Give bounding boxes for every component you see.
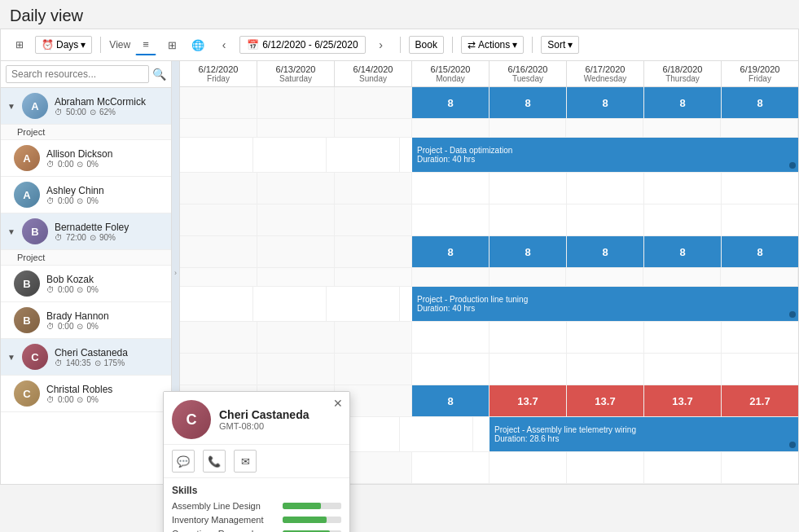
date-range-btn[interactable]: 📅 6/12/2020 - 6/25/2020 bbox=[239, 36, 365, 54]
cell-ac-5 bbox=[567, 204, 644, 235]
actions-label: Actions bbox=[478, 39, 510, 51]
cell-cc-6: 13.7 bbox=[644, 385, 722, 416]
cell-bk-7 bbox=[722, 322, 798, 353]
sub-row-am: Project bbox=[1, 125, 171, 140]
cell-bh-1 bbox=[257, 354, 335, 385]
grid-row-ad bbox=[180, 173, 798, 204]
resource-row-am[interactable]: ▼ A Abraham McCormick ⏱ 50:00 ⊙ 62% bbox=[1, 88, 171, 125]
sub-cell-bf-0 bbox=[180, 268, 257, 286]
cell-ad-6 bbox=[644, 173, 722, 204]
sub-cell-bf-7 bbox=[721, 268, 798, 286]
search-input[interactable] bbox=[6, 65, 149, 83]
popup-name: Cheri Castaneda bbox=[219, 408, 309, 421]
sort-btn[interactable]: Sort ▾ bbox=[541, 36, 579, 54]
list-view-btn[interactable]: ≡ bbox=[135, 34, 156, 55]
date-range-text: 6/12/2020 - 6/25/2020 bbox=[262, 39, 358, 51]
sep1 bbox=[100, 37, 101, 53]
avatar-am: A bbox=[22, 93, 48, 119]
resource-name-bk: Bob Kozak bbox=[46, 274, 165, 285]
resource-row-ad[interactable]: A Allison Dickson ⏱ 0:00 ⊙ 0% bbox=[1, 140, 171, 177]
sub-cell-am-3 bbox=[412, 119, 489, 137]
expand-collapse-btn[interactable]: ⊞ bbox=[9, 34, 30, 55]
avatar-bh: B bbox=[14, 307, 40, 333]
col-header-5: 6/17/2020Wednesday bbox=[567, 61, 644, 86]
view-label: View bbox=[109, 39, 130, 51]
cell-bf-5: 8 bbox=[567, 236, 644, 267]
chevron-down-icon: ▾ bbox=[81, 39, 86, 51]
resource-row-cr[interactable]: C Christal Robles ⏱ 0:00 ⊙ 0% bbox=[1, 376, 171, 412]
popup-phone-btn[interactable]: 📞 bbox=[203, 450, 226, 473]
grid-view-btn[interactable]: ⊞ bbox=[161, 34, 182, 55]
sub-label-row-bf bbox=[180, 268, 798, 287]
cell-ac-7 bbox=[722, 204, 798, 235]
popup-avatar: C bbox=[172, 400, 211, 439]
sub-cell-bf-1 bbox=[257, 268, 335, 286]
grid-header: 6/12/2020Friday6/13/2020Saturday6/14/202… bbox=[180, 61, 798, 87]
resource-row-ac[interactable]: A Ashley Chinn ⏱ 0:00 ⊙ 0% bbox=[1, 177, 171, 213]
grid-row-bf: 88888 bbox=[180, 236, 798, 268]
cell-bf-1 bbox=[257, 236, 335, 267]
resource-row-bh[interactable]: B Brady Hannon ⏱ 0:00 ⊙ 0% bbox=[1, 302, 171, 339]
resource-row-cc[interactable]: ▼ C Cheri Castaneda ⏱ 140:35 ⊙ 175% bbox=[1, 339, 171, 376]
sub-cell-am-0 bbox=[180, 119, 257, 137]
popup-chat-btn[interactable]: 💬 bbox=[172, 450, 195, 473]
avatar-ac: A bbox=[14, 182, 40, 208]
cell-ac-6 bbox=[644, 204, 722, 235]
cell-am-3: 8 bbox=[412, 87, 489, 118]
cell-am-2 bbox=[335, 87, 412, 118]
days-label: Days bbox=[56, 39, 78, 51]
sep2 bbox=[400, 37, 401, 53]
days-btn[interactable]: ⏰ Days ▾ bbox=[35, 36, 92, 54]
cell-bk-1 bbox=[257, 322, 335, 353]
resource-row-bf[interactable]: ▼ B Bernadette Foley ⏱ 72:00 ⊙ 90% bbox=[1, 213, 171, 250]
cell-bh-6 bbox=[644, 354, 722, 385]
grid-row-bh bbox=[180, 354, 798, 385]
col-header-0: 6/12/2020Friday bbox=[180, 61, 257, 86]
sub-cell-bf-2 bbox=[335, 268, 412, 286]
actions-btn[interactable]: ⇄ Actions ▾ bbox=[461, 36, 524, 54]
cell-bk-4 bbox=[489, 322, 567, 353]
sub-cell-am-6 bbox=[643, 119, 721, 137]
sub-cell-am-2 bbox=[335, 119, 412, 137]
globe-view-btn[interactable]: 🌐 bbox=[187, 34, 209, 55]
cell-ac-3 bbox=[412, 204, 489, 235]
prev-btn[interactable]: ‹ bbox=[213, 34, 235, 55]
resource-name-bh: Brady Hannon bbox=[46, 310, 165, 322]
cell-ac-1 bbox=[257, 204, 335, 235]
chevron-down-icon3: ▾ bbox=[568, 39, 573, 51]
cell-ac-4 bbox=[489, 204, 567, 235]
avatar-bk: B bbox=[14, 270, 40, 297]
search-bar: 🔍 bbox=[1, 61, 171, 88]
sub-cell-am-1 bbox=[257, 119, 335, 137]
resource-name-am: Abraham McCormick bbox=[55, 96, 165, 108]
popup-card: C Cheri Castaneda GMT-08:00 ✕ 💬 📞 ✉ Skil… bbox=[163, 391, 350, 485]
cell-ad-0 bbox=[180, 173, 257, 204]
popup-close-btn[interactable]: ✕ bbox=[333, 397, 343, 410]
book-label: Book bbox=[415, 39, 437, 51]
cell-bk-2 bbox=[335, 322, 412, 353]
sub-cell-am-7 bbox=[721, 119, 798, 137]
grid-row-bk bbox=[180, 322, 798, 354]
project-bar2-cc: Project - Assembly line telemetry wiring… bbox=[489, 417, 798, 451]
project-bar-am: Project - Data optimizationDuration: 40 … bbox=[412, 138, 798, 172]
cell-bf-0 bbox=[180, 236, 257, 267]
col-header-7: 6/19/2020Friday bbox=[722, 61, 798, 86]
cell-cc-4: 13.7 bbox=[489, 385, 567, 416]
cell-am-5: 8 bbox=[567, 87, 644, 118]
cell-am-1 bbox=[257, 87, 335, 118]
next-btn[interactable]: › bbox=[371, 34, 392, 55]
cell-bh-5 bbox=[567, 354, 644, 385]
avatar-cc: C bbox=[22, 344, 48, 370]
cell-ad-5 bbox=[567, 173, 644, 204]
clock-icon: ⏰ bbox=[42, 39, 54, 51]
toolbar: ⊞ ⏰ Days ▾ View ≡ ⊞ 🌐 ‹ 📅 6/12/2020 - 6/… bbox=[0, 29, 799, 60]
col-header-6: 6/18/2020Thursday bbox=[644, 61, 722, 86]
cell-cc-7: 21.7 bbox=[722, 385, 798, 416]
book-btn[interactable]: Book bbox=[409, 36, 444, 54]
sub-cell-bf-6 bbox=[643, 268, 721, 286]
filter-icon: ⇄ bbox=[468, 39, 476, 51]
resource-row-bk[interactable]: B Bob Kozak ⏱ 0:00 ⊙ 0% bbox=[1, 266, 171, 302]
cell-ac-0 bbox=[180, 204, 257, 235]
project-bar-row-bf: Project - Production line tuningDuration… bbox=[180, 287, 798, 322]
popup-email-btn[interactable]: ✉ bbox=[234, 450, 257, 473]
